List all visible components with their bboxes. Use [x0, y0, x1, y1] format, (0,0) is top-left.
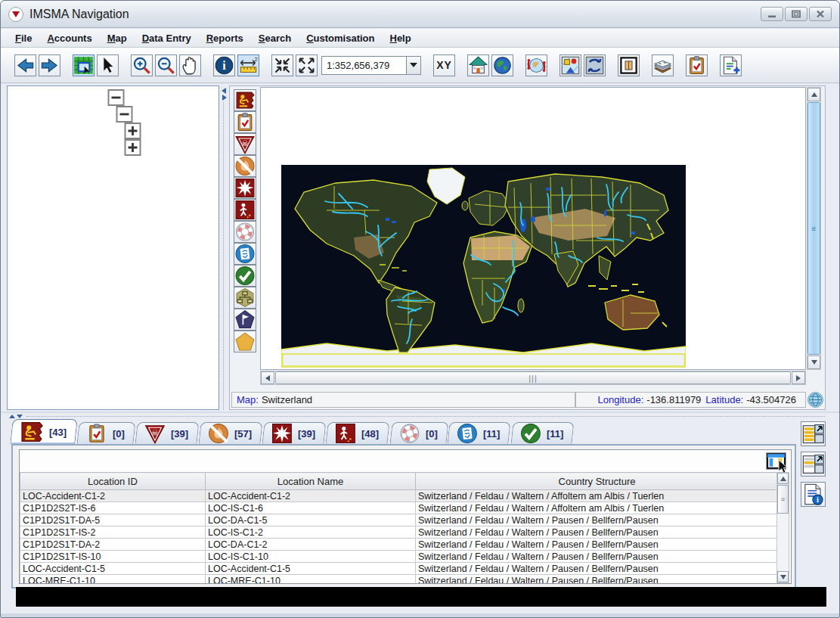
map-catalog-button[interactable]	[652, 54, 674, 76]
table-row[interactable]: LOC-Accident-C1-5LOC-Accident-C1-5Switze…	[20, 563, 779, 575]
collapse-toggle-icon[interactable]	[14, 89, 219, 106]
info-button[interactable]: i	[213, 54, 235, 76]
table-row[interactable]: LOC-MRE-C1-10LOC-MRE-C1-10Switzerland / …	[20, 575, 779, 585]
accident-layer-button[interactable]	[234, 89, 256, 111]
organisation-layer-button[interactable]	[234, 287, 256, 309]
back-button[interactable]	[14, 54, 36, 76]
table-row[interactable]: C1P1D2S2T-IS-6LOC-IS-C1-6Switzerland / F…	[20, 502, 779, 514]
tree-item-waltern[interactable]: Waltern / C1P1D2	[8, 139, 219, 156]
assistance-layer-button[interactable]	[234, 221, 256, 243]
tab-completion[interactable]: [11]	[510, 422, 574, 444]
svg-text:2: 2	[254, 55, 257, 62]
table-vertical-scrollbar[interactable]: ≡	[776, 472, 789, 583]
menu-map[interactable]: Map	[101, 30, 134, 46]
hazard-layer-button[interactable]: ☠	[234, 133, 256, 155]
measure-button[interactable]: 2	[237, 54, 259, 76]
menu-accounts[interactable]: Accounts	[40, 30, 98, 46]
select-pointer-button[interactable]	[97, 54, 119, 76]
menu-search[interactable]: Search	[252, 30, 298, 46]
scroll-down-button[interactable]	[777, 571, 789, 582]
show-selected-on-map-button[interactable]	[801, 452, 826, 477]
menu-help[interactable]: Help	[383, 30, 418, 46]
home-button[interactable]	[467, 54, 489, 76]
table-row[interactable]: C1P1D2S1T-IS-2LOC-IS-C1-2Switzerland / F…	[20, 526, 779, 539]
xy-coordinates-button[interactable]: XY	[433, 54, 455, 76]
tree-map-splitter[interactable]	[219, 85, 229, 410]
column-header-country-structure[interactable]: Country Structure	[416, 473, 779, 490]
expand-toggle-icon[interactable]	[47, 123, 219, 139]
explosion-layer-button[interactable]	[234, 177, 256, 199]
scale-combo[interactable]: 1:352,656,379	[321, 56, 421, 75]
window-bottom-edge	[1, 613, 839, 618]
country-layer-button[interactable]	[234, 331, 256, 352]
splitter-collapse-icons	[8, 414, 23, 419]
tab-mre[interactable]: [11]	[448, 422, 511, 444]
title-bar[interactable]: IMSMA Navigation	[1, 1, 839, 28]
column-header-location-name[interactable]: Location Name	[206, 473, 416, 490]
map-canvas[interactable]	[260, 87, 806, 370]
maximize-button[interactable]	[785, 7, 807, 21]
tab-victim[interactable]: [48]	[326, 422, 390, 444]
progress-report-layer-button[interactable]	[234, 111, 256, 133]
tab-hazard-reduction[interactable]: [57]	[199, 422, 263, 444]
scroll-left-button[interactable]	[261, 371, 274, 384]
horizontal-scroll-thumb[interactable]: |||	[275, 371, 791, 384]
collapse-toggle-icon[interactable]	[30, 106, 219, 123]
frame-window-button[interactable]	[618, 54, 640, 76]
tree-item-bollikon[interactable]: Bollikon / C1P1D1	[8, 123, 219, 139]
map-horizontal-scrollbar[interactable]: |||	[260, 371, 806, 385]
scroll-up-button[interactable]	[807, 88, 820, 101]
scale-value[interactable]: 1:352,656,379	[321, 56, 406, 75]
table-row[interactable]: LOC-Accident-C1-2LOC-Accident-C1-2Switze…	[20, 490, 779, 502]
zoom-out-button[interactable]	[155, 54, 177, 76]
zoom-in-button[interactable]	[131, 54, 153, 76]
tab-assistance[interactable]: [0]	[389, 422, 448, 444]
tab-progress-report[interactable]: [0]	[77, 422, 136, 444]
scroll-right-button[interactable]	[792, 371, 805, 384]
tab-accident[interactable]: [43]	[10, 419, 78, 444]
mre-layer-button[interactable]	[234, 243, 256, 265]
tree-item-switzerland[interactable]: Switzerland / CH	[8, 89, 219, 106]
refresh-map-button[interactable]	[525, 54, 547, 76]
column-header-location-id[interactable]: Location ID	[20, 473, 206, 490]
menu-customisation[interactable]: Customisation	[299, 30, 381, 46]
table-row[interactable]: C1P1D2S1T-DA-2LOC-DA-C1-2Switzerland / F…	[20, 539, 779, 551]
tab-hazard[interactable]: ☠[39]	[135, 422, 199, 444]
world-view-button[interactable]	[491, 54, 513, 76]
map-table-splitter[interactable]	[8, 413, 825, 419]
zoom-region-button[interactable]	[73, 54, 95, 76]
view-details-button[interactable]: i	[801, 482, 826, 507]
globe-refresh-icon	[526, 55, 547, 76]
world-map-image[interactable]	[281, 165, 686, 368]
location-layer-button[interactable]	[234, 309, 256, 331]
table-row[interactable]: C1P1D2S1T-DA-5LOC-DA-C1-5Switzerland / F…	[20, 514, 779, 526]
pan-button[interactable]	[179, 54, 201, 76]
full-extent-button[interactable]	[296, 54, 318, 76]
map-vertical-scrollbar[interactable]: ≡	[807, 87, 821, 370]
menu-reports[interactable]: Reports	[200, 30, 250, 46]
victim-layer-button[interactable]	[234, 199, 256, 221]
show-all-on-map-button[interactable]	[801, 421, 826, 446]
hazard-reduction-layer-button[interactable]	[234, 155, 256, 177]
map-layers-button[interactable]	[559, 54, 581, 76]
new-report-button[interactable]	[720, 54, 742, 76]
reload-layers-button[interactable]	[584, 54, 606, 76]
close-button[interactable]	[809, 7, 832, 21]
zoom-to-selection-button[interactable]	[271, 54, 293, 76]
tab-explosion[interactable]: [39]	[262, 422, 327, 444]
menu-file[interactable]: File	[8, 30, 39, 46]
minimize-button[interactable]	[761, 7, 783, 21]
table-row[interactable]: C1P1D2S1T-IS-10LOC-IS-C1-10Switzerland /…	[20, 551, 779, 563]
vertical-scroll-thumb[interactable]: ≡	[807, 102, 820, 355]
completion-layer-button[interactable]	[234, 265, 256, 287]
scroll-down-button[interactable]	[807, 356, 820, 369]
scale-dropdown-button[interactable]	[406, 56, 421, 75]
menu-data-entry[interactable]: Data Entry	[135, 30, 198, 46]
tree-item-feldau[interactable]: Feldau / C1P1	[8, 106, 219, 123]
app-window: IMSMA Navigation File Accounts Map Data …	[0, 0, 840, 618]
forward-button[interactable]	[39, 54, 60, 76]
expand-toggle-icon[interactable]	[47, 139, 219, 156]
data-checklist-button[interactable]	[686, 54, 708, 76]
table-scroll-thumb[interactable]: ≡	[777, 485, 789, 514]
projection-globe-button[interactable]	[807, 392, 823, 408]
